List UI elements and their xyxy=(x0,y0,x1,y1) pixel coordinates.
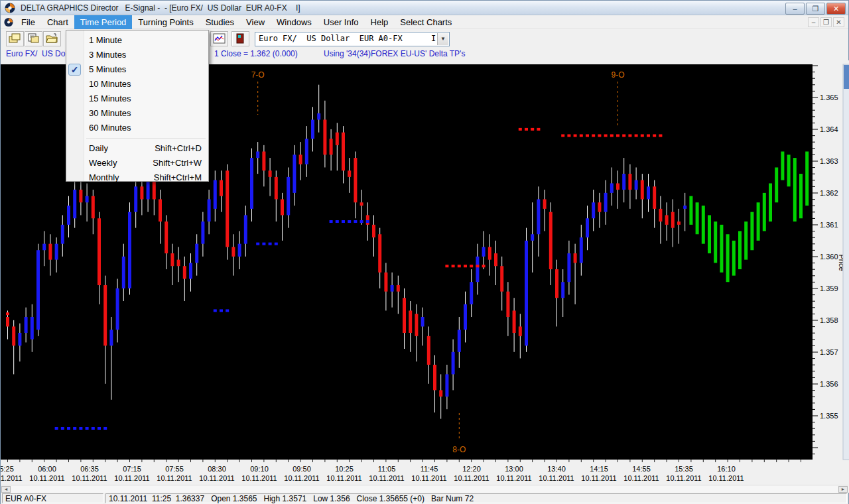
menubar-item-turning-points[interactable]: Turning Points xyxy=(132,15,199,29)
minimize-button[interactable]: – xyxy=(785,3,805,15)
time-tick-label: 13:00 xyxy=(505,465,523,473)
candle-body xyxy=(226,170,229,247)
time-tick-label: 10:25 xyxy=(335,465,354,473)
menu-item-label: 10 Minutes xyxy=(89,77,131,92)
menu-item-daily[interactable]: DailyShift+Ctrl+D xyxy=(66,141,208,156)
menu-item-30-minutes[interactable]: 30 Minutes xyxy=(66,106,208,121)
time-tick-label: 12:20 xyxy=(462,465,481,473)
copy-chart-button[interactable] xyxy=(6,31,24,46)
menu-item-monthly[interactable]: MonthlyShift+Ctrl+M xyxy=(66,170,208,185)
print-chart-button[interactable] xyxy=(25,31,42,46)
tp-dot xyxy=(220,309,223,312)
candle-body xyxy=(354,158,357,202)
candle-body xyxy=(25,317,28,333)
time-tick-label: 15:35 xyxy=(675,465,693,473)
menubar-item-help[interactable]: Help xyxy=(365,15,395,29)
candle-body xyxy=(671,212,675,228)
child-restore-button[interactable]: ❐ xyxy=(820,17,832,27)
projection-bar xyxy=(793,158,797,221)
candle-body xyxy=(372,225,375,237)
price-tick-label: 1.361 xyxy=(820,221,838,229)
menu-item-5-minutes[interactable]: ✓5 Minutes xyxy=(66,62,208,77)
time-tick-date: 10.11.2011 xyxy=(539,474,574,482)
menu-item-shortcut: Shift+Ctrl+W xyxy=(153,156,202,170)
menu-item-15-minutes[interactable]: 15 Minutes xyxy=(66,92,208,106)
exit-button[interactable] xyxy=(231,31,249,46)
child-close-button[interactable]: ✕ xyxy=(833,17,844,27)
menu-item-10-minutes[interactable]: 10 Minutes xyxy=(66,77,208,92)
scroll-right-arrow-icon[interactable]: ► xyxy=(838,486,848,493)
time-tick-date: 10.11.2011 xyxy=(581,474,616,482)
menu-item-label: Weekly xyxy=(89,156,117,170)
open-chart-button[interactable] xyxy=(43,31,61,46)
menubar-item-user-info[interactable]: User Info xyxy=(318,15,365,29)
candle-body xyxy=(513,310,516,333)
projection-bar xyxy=(720,225,723,273)
symbol-combo[interactable]: Euro FX/ US Dollar EUR A0-FX I ▼ xyxy=(255,32,450,46)
menu-item-60-minutes[interactable]: 60 Minutes xyxy=(66,121,208,135)
restore-button[interactable]: ❐ xyxy=(806,3,825,15)
menubar-item-time-period[interactable]: Time Period xyxy=(74,15,133,29)
horizontal-scrollbar[interactable]: ◄ ► xyxy=(1,485,848,493)
menubar-item-select-charts[interactable]: Select Charts xyxy=(394,15,458,29)
candle-body xyxy=(580,237,583,263)
price-tick-label: 1.363 xyxy=(820,157,838,165)
time-tick-date: 10.11.2011 xyxy=(199,474,234,482)
menu-item-label: 60 Minutes xyxy=(89,121,131,135)
chart-style-button[interactable] xyxy=(210,31,228,46)
candle-body xyxy=(238,244,241,257)
candle-body xyxy=(336,133,339,145)
candle-body xyxy=(103,285,107,346)
tp-dot xyxy=(586,134,589,137)
time-tick-label: 06:00 xyxy=(38,465,56,473)
projection-bar xyxy=(726,234,730,282)
candle-body xyxy=(281,199,284,215)
menubar-item-file[interactable]: File xyxy=(15,15,41,29)
scroll-left-arrow-icon[interactable]: ◄ xyxy=(1,486,11,493)
time-tick-label: 11:05 xyxy=(378,465,396,473)
candle-body xyxy=(92,196,95,219)
time-tick-date: 10.11.2011 xyxy=(454,474,489,482)
child-minimize-button[interactable]: – xyxy=(808,17,819,27)
time-tick-label: 16:10 xyxy=(717,465,736,473)
vertical-scrollbar[interactable] xyxy=(843,64,849,460)
close-button[interactable]: ✕ xyxy=(826,3,846,15)
menu-item-weekly[interactable]: WeeklyShift+Ctrl+W xyxy=(66,156,208,170)
menubar-item-view[interactable]: View xyxy=(240,15,271,29)
tp-dot xyxy=(342,220,345,223)
candle-body xyxy=(598,202,601,212)
status-symbol: EUR A0-FX xyxy=(2,493,103,503)
menubar-item-windows[interactable]: Windows xyxy=(271,15,318,29)
menu-item-label: Monthly xyxy=(89,170,119,185)
candle-body xyxy=(287,177,290,216)
projection-bar xyxy=(689,196,692,225)
menubar-item-studies[interactable]: Studies xyxy=(200,15,240,29)
tp-dot xyxy=(470,265,473,267)
candle-body xyxy=(537,199,540,234)
menu-item-label: 30 Minutes xyxy=(89,106,131,121)
combo-dropdown-arrow-icon[interactable]: ▼ xyxy=(437,33,448,45)
menu-item-3-minutes[interactable]: 3 Minutes xyxy=(66,48,208,62)
candle-body xyxy=(415,314,418,336)
candle-body xyxy=(519,326,522,336)
price-tick-label: 1.365 xyxy=(820,94,838,101)
time-tick-label: 07:55 xyxy=(165,465,184,473)
child-window-icon[interactable] xyxy=(3,17,14,27)
menu-item-label: Daily xyxy=(89,141,108,156)
candle-body xyxy=(342,133,345,171)
time-tick-date: 10.11.2011 xyxy=(114,474,149,482)
menu-item-1-minute[interactable]: 1 Minute xyxy=(66,33,208,48)
candle-body xyxy=(275,177,278,200)
candle-body xyxy=(397,285,400,292)
title-bar[interactable]: DELTA GRAPHICS Director E-Signal - - [Eu… xyxy=(1,1,848,15)
candle-body xyxy=(452,352,455,375)
status-bar-details: 10.11.2011 11:25 1.36337 Open 1.3565 Hig… xyxy=(105,493,847,503)
marker-label: 7-O xyxy=(251,70,265,80)
candle-body xyxy=(647,186,650,199)
chart-icon xyxy=(213,33,226,44)
marker-label: 8-O xyxy=(452,445,466,454)
candle-body xyxy=(250,158,253,209)
menubar-item-chart[interactable]: Chart xyxy=(41,15,74,29)
candle-body xyxy=(159,199,162,221)
tp-dot xyxy=(98,427,101,430)
